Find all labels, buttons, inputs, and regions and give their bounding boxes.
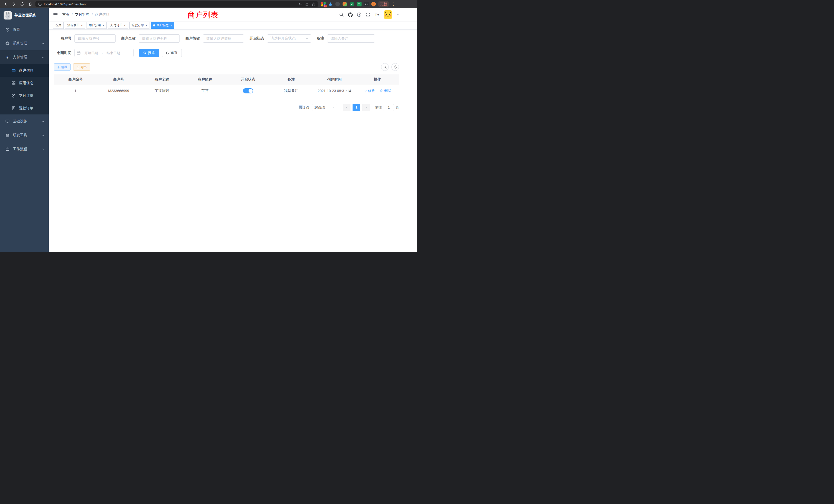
tab-close-icon[interactable]: × bbox=[145, 24, 147, 27]
remark-input[interactable] bbox=[327, 35, 375, 43]
sidebar-item-label: 首页 bbox=[13, 27, 20, 32]
page-number-button[interactable]: 1 bbox=[353, 104, 360, 111]
edit-button[interactable]: 修改 bbox=[364, 89, 375, 93]
toolbox-icon bbox=[5, 133, 10, 137]
extension-toolbar: 10 bbox=[321, 2, 376, 6]
tag-tab-pay-order[interactable]: 支付订单 × bbox=[108, 22, 128, 29]
breadcrumb-home[interactable]: 首页 bbox=[62, 12, 69, 17]
page-size-select[interactable]: 10条/页 bbox=[312, 104, 337, 111]
sidebar-subitem-refund-order[interactable]: 退款订单 bbox=[0, 102, 49, 114]
extension-tampermonkey-icon[interactable] bbox=[364, 2, 369, 6]
trash-icon bbox=[380, 89, 383, 92]
gear-icon bbox=[5, 41, 10, 45]
share-icon[interactable] bbox=[305, 2, 309, 6]
help-icon[interactable]: ? bbox=[357, 12, 361, 17]
browser-menu-icon[interactable]: ⋮ bbox=[391, 2, 395, 6]
add-button[interactable]: 新增 bbox=[54, 63, 71, 71]
search-icon[interactable] bbox=[339, 12, 344, 17]
chevron-right-icon bbox=[365, 106, 368, 109]
reload-icon[interactable] bbox=[19, 1, 25, 7]
cell-merchant-id: 1 bbox=[54, 85, 97, 97]
search-button[interactable]: 搜索 bbox=[139, 49, 159, 57]
cell-full-name: 芋道源码 bbox=[140, 85, 183, 97]
col-merchant-no: 商户号 bbox=[97, 74, 140, 85]
fullscreen-icon[interactable] bbox=[366, 12, 370, 17]
sidebar-item-label: 工作流程 bbox=[13, 147, 27, 152]
status-toggle[interactable] bbox=[243, 88, 253, 93]
date-end-input[interactable] bbox=[104, 51, 123, 55]
tab-close-icon[interactable]: × bbox=[81, 24, 83, 27]
tag-tab-user-group[interactable]: 用户分组 × bbox=[87, 22, 107, 29]
prev-page-button[interactable] bbox=[343, 104, 351, 111]
reset-button[interactable]: 重置 bbox=[162, 49, 182, 57]
tag-tab-home[interactable]: 首页 bbox=[53, 22, 64, 29]
extension-avatar-icon[interactable] bbox=[343, 2, 347, 6]
back-icon[interactable] bbox=[3, 1, 9, 7]
date-start-input[interactable] bbox=[82, 51, 101, 55]
forward-icon[interactable] bbox=[11, 1, 17, 7]
browser-update-button[interactable]: 更新 bbox=[378, 1, 389, 7]
sidebar-item-dev-tools[interactable]: 研发工具 bbox=[0, 128, 49, 142]
calendar-icon bbox=[77, 51, 81, 55]
url-host: localhost bbox=[44, 2, 57, 6]
col-short-name: 商户简称 bbox=[183, 74, 226, 85]
full-name-label: 商户全称 bbox=[121, 36, 139, 41]
status-select[interactable]: 请选择开启状态 bbox=[267, 35, 311, 43]
refresh-table-button[interactable] bbox=[391, 63, 399, 71]
app-logo[interactable]: 芋道管理系统 bbox=[0, 8, 49, 23]
user-avatar[interactable] bbox=[383, 10, 392, 19]
goto-page-input[interactable] bbox=[383, 104, 394, 111]
col-actions: 操作 bbox=[356, 74, 399, 85]
create-time-range-picker[interactable]: - bbox=[74, 49, 133, 57]
sidebar-item-workflow[interactable]: 工作流程 bbox=[0, 142, 49, 156]
tab-close-icon[interactable]: × bbox=[170, 24, 172, 27]
delete-button[interactable]: 删除 bbox=[380, 89, 391, 93]
next-page-button[interactable] bbox=[362, 104, 370, 111]
full-name-input[interactable] bbox=[139, 35, 180, 43]
extension-dark-icon[interactable] bbox=[335, 2, 340, 6]
avatar-caret-icon[interactable] bbox=[396, 14, 399, 16]
tag-tab-process-form[interactable]: 流程表单 × bbox=[65, 22, 85, 29]
extension-colorful-icon[interactable]: 10 bbox=[321, 2, 326, 6]
merchant-no-input[interactable] bbox=[74, 35, 115, 43]
tab-label: 支付订单 bbox=[110, 23, 123, 27]
toggle-search-button[interactable] bbox=[381, 63, 389, 71]
tab-close-icon[interactable]: × bbox=[103, 24, 105, 27]
short-name-input[interactable] bbox=[203, 35, 244, 43]
tab-close-icon[interactable]: × bbox=[124, 24, 126, 27]
sidebar-item-system[interactable]: 系统管理 bbox=[0, 37, 49, 50]
breadcrumb-payment[interactable]: 支付管理 bbox=[75, 12, 89, 17]
svg-text:¥: ¥ bbox=[6, 55, 8, 59]
page-suffix-label: 页 bbox=[396, 105, 399, 110]
extension-drop-icon[interactable] bbox=[328, 2, 333, 6]
extension-check-icon[interactable] bbox=[350, 2, 354, 6]
field-remark: 备注 bbox=[317, 35, 375, 43]
extension-sheet-icon[interactable] bbox=[357, 2, 361, 6]
chevron-down-icon bbox=[42, 134, 45, 137]
refresh-icon bbox=[394, 65, 397, 69]
bookmark-star-icon[interactable] bbox=[311, 2, 315, 6]
home-icon[interactable] bbox=[27, 1, 34, 7]
cell-create-time: 2021-10-23 08:31:14 bbox=[313, 85, 356, 97]
sidebar-item-home[interactable]: 首页 bbox=[0, 23, 49, 37]
github-icon[interactable] bbox=[348, 12, 353, 17]
pagination: 共 1 条 10条/页 1 前往 页 bbox=[54, 104, 399, 111]
extension-face-icon[interactable] bbox=[371, 2, 376, 6]
sidebar-item-label: 退款订单 bbox=[19, 106, 34, 111]
tag-tab-refund-order[interactable]: 退款订单 × bbox=[129, 22, 150, 29]
sidebar-item-infrastructure[interactable]: 基础设施 bbox=[0, 114, 49, 128]
sidebar-subitem-app-info[interactable]: 应用信息 bbox=[0, 77, 49, 89]
hamburger-icon[interactable] bbox=[53, 12, 58, 17]
tag-tab-merchant-info[interactable]: 商户信息 × bbox=[151, 22, 174, 29]
extension-badge: 10 bbox=[324, 5, 327, 7]
password-key-icon[interactable] bbox=[299, 2, 303, 6]
sidebar-subitem-pay-order[interactable]: 支付订单 bbox=[0, 89, 49, 102]
font-size-icon[interactable]: TT bbox=[374, 12, 379, 17]
export-button[interactable]: 导出 bbox=[73, 63, 90, 71]
site-info-icon[interactable] bbox=[38, 2, 42, 6]
sidebar-subitem-merchant-info[interactable]: 商户信息 bbox=[0, 64, 49, 77]
sidebar-item-payment[interactable]: ¥ 支付管理 bbox=[0, 50, 49, 64]
address-bar[interactable]: localhost:1024/pay/merchant bbox=[36, 1, 318, 7]
svg-text:?: ? bbox=[358, 13, 360, 16]
page-size-value: 10条/页 bbox=[314, 105, 326, 110]
